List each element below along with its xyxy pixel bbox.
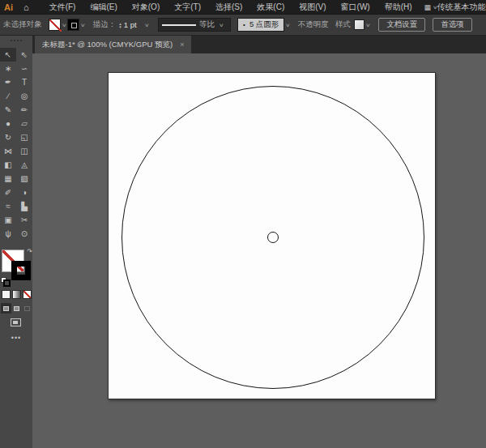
magic-wand-tool[interactable]: ∗: [0, 62, 16, 75]
style-swatch[interactable]: [354, 19, 364, 30]
gradient-button[interactable]: [12, 290, 21, 299]
chevron-down-icon[interactable]: ∨: [62, 22, 67, 28]
panel-drag-handle[interactable]: [11, 40, 22, 43]
blob-brush-tool[interactable]: ●: [0, 117, 16, 130]
workspace-label: 传统基本功能: [437, 2, 486, 13]
menu-item-1[interactable]: 编辑(E): [83, 2, 124, 13]
menu-item-0[interactable]: 文件(F): [42, 2, 83, 13]
pen-tool[interactable]: ✒: [0, 75, 16, 89]
arrange-documents-icon: ▦: [424, 3, 432, 11]
eyedropper-tool[interactable]: ✐: [0, 186, 16, 199]
chevron-down-icon: ∨: [433, 4, 438, 10]
home-icon[interactable]: ⌂: [23, 2, 29, 12]
menu-item-3[interactable]: 文字(T): [167, 2, 208, 13]
menu-item-7[interactable]: 窗口(W): [334, 2, 377, 13]
none-button[interactable]: [23, 290, 32, 299]
brush-preview: • 5 点圆形: [237, 18, 284, 32]
document-setup-button[interactable]: 文档设置: [378, 18, 425, 32]
document-tab-bar: 未标题-1* @ 100% (CMYK/GPU 预览) ×: [32, 36, 486, 53]
column-graph-tool[interactable]: ▙: [16, 199, 32, 213]
selection-status: 未选择对象: [3, 19, 49, 30]
line-segment-tool[interactable]: ∕: [0, 89, 16, 103]
type-tool[interactable]: T: [16, 75, 32, 89]
tools-panel: ↖⇖∗∽✒T∕◎✎✏●▱↻◱⋈◫◧◬▦▧✐◑≈▙▣✂ψ⊙ ↷ •••: [0, 36, 32, 448]
chevron-down-icon[interactable]: ∨: [80, 22, 86, 28]
menu-item-6[interactable]: 视图(V): [292, 2, 333, 13]
menubar-items: 文件(F)编辑(E)对象(O)文字(T)选择(S)效果(C)视图(V)窗口(W)…: [42, 2, 420, 13]
gradient-tool[interactable]: ▧: [16, 172, 32, 186]
stroke-weight-stepper[interactable]: ▴ ▾: [119, 22, 122, 28]
style-label: 样式: [335, 19, 351, 30]
fill-color-swatch[interactable]: [49, 19, 61, 31]
illustrator-logo-icon[interactable]: Ai: [4, 2, 13, 12]
brush-dot-icon: •: [243, 21, 245, 28]
artboard[interactable]: [108, 72, 436, 399]
blend-tool[interactable]: ◑: [16, 186, 32, 199]
draw-normal-button[interactable]: [1, 303, 11, 314]
opacity-label[interactable]: 不透明度: [298, 19, 329, 30]
lasso-tool[interactable]: ∽: [16, 62, 32, 75]
width-profile-label: 等比: [199, 19, 215, 30]
menubar: Ai ⌂ 文件(F)编辑(E)对象(O)文字(T)选择(S)效果(C)视图(V)…: [0, 0, 486, 14]
artboard-tool[interactable]: ▣: [0, 213, 16, 227]
small-circle[interactable]: [267, 232, 279, 243]
close-icon[interactable]: ×: [180, 41, 184, 49]
slice-tool[interactable]: ✂: [16, 213, 32, 227]
width-profile-dropdown[interactable]: 等比 ∨: [158, 18, 231, 32]
draw-behind-button[interactable]: [11, 303, 22, 314]
draw-behind-icon: [14, 306, 19, 311]
swap-fill-stroke-icon[interactable]: ↷: [27, 248, 32, 255]
document-tab-title: 未标题-1* @ 100% (CMYK/GPU 预览): [42, 40, 173, 50]
tools-grid: ↖⇖∗∽✒T∕◎✎✏●▱↻◱⋈◫◧◬▦▧✐◑≈▙▣✂ψ⊙: [0, 48, 32, 241]
menu-item-2[interactable]: 对象(O): [125, 2, 167, 13]
chevron-down-icon: ∨: [219, 22, 224, 28]
workspace-switcher[interactable]: 传统基本功能 ∨: [437, 2, 486, 13]
draw-inside-icon: [24, 306, 30, 311]
stroke-color-swatch[interactable]: [67, 19, 79, 31]
mesh-tool[interactable]: ▦: [0, 172, 16, 186]
chevron-down-icon[interactable]: ∨: [365, 22, 371, 28]
symbol-sprayer-tool[interactable]: ≈: [0, 199, 16, 213]
default-fill-stroke-icon[interactable]: [1, 277, 8, 284]
free-transform-tool[interactable]: ◫: [16, 144, 32, 158]
direct-selection-tool[interactable]: ⇖: [16, 48, 32, 62]
control-bar: 未选择对象 ∨ ∨ 描边： ▴ ▾ 1 pt ∨ 等比 ∨ • 5 点圆形 ∨ …: [0, 14, 486, 36]
document-tab[interactable]: 未标题-1* @ 100% (CMYK/GPU 预览) ×: [35, 36, 191, 53]
menu-item-4[interactable]: 选择(S): [208, 2, 249, 13]
brush-definition-dropdown[interactable]: • 5 点圆形 ∨: [237, 18, 292, 32]
hand-tool[interactable]: ψ: [0, 227, 16, 241]
width-profile-preview: [162, 24, 196, 26]
menu-item-8[interactable]: 帮助(H): [377, 2, 420, 13]
paintbrush-tool[interactable]: ✎: [0, 103, 16, 117]
perspective-grid-tool[interactable]: ◬: [16, 158, 32, 172]
scale-tool[interactable]: ◱: [16, 130, 32, 144]
drawing-mode-buttons: [0, 303, 32, 314]
pencil-tool[interactable]: ✏: [16, 103, 32, 117]
shape-builder-tool[interactable]: ◧: [0, 158, 16, 172]
arrange-documents-dropdown[interactable]: ▦ ∨: [424, 3, 437, 11]
zoom-tool[interactable]: ⊙: [16, 227, 32, 241]
canvas-area[interactable]: [32, 53, 486, 448]
stroke-proxy-black[interactable]: [11, 261, 31, 280]
rotate-tool[interactable]: ↻: [0, 130, 16, 144]
chevron-down-icon[interactable]: ∨: [144, 22, 150, 28]
stroke-weight-value[interactable]: 1 pt: [124, 20, 137, 29]
fill-stroke-indicator: ↷: [0, 250, 32, 287]
stepper-down-icon[interactable]: ▾: [119, 25, 122, 28]
shape-tool[interactable]: ◎: [16, 89, 32, 103]
width-tool[interactable]: ⋈: [0, 144, 16, 158]
eraser-tool[interactable]: ▱: [16, 117, 32, 130]
brush-name: 5 点圆形: [249, 19, 279, 30]
edit-toolbar-button[interactable]: •••: [0, 334, 32, 342]
color-button[interactable]: [2, 290, 11, 299]
menu-item-5[interactable]: 效果(C): [249, 2, 292, 13]
chevron-down-icon: ∨: [285, 22, 291, 28]
draw-normal-icon: [3, 306, 9, 311]
draw-inside-button[interactable]: [22, 303, 32, 314]
change-screen-mode-button[interactable]: [11, 318, 21, 326]
preferences-button[interactable]: 首选项: [433, 18, 472, 32]
color-mode-buttons: [0, 290, 32, 299]
stroke-weight-label: 描边：: [93, 19, 117, 30]
selection-tool[interactable]: ↖: [0, 48, 16, 62]
